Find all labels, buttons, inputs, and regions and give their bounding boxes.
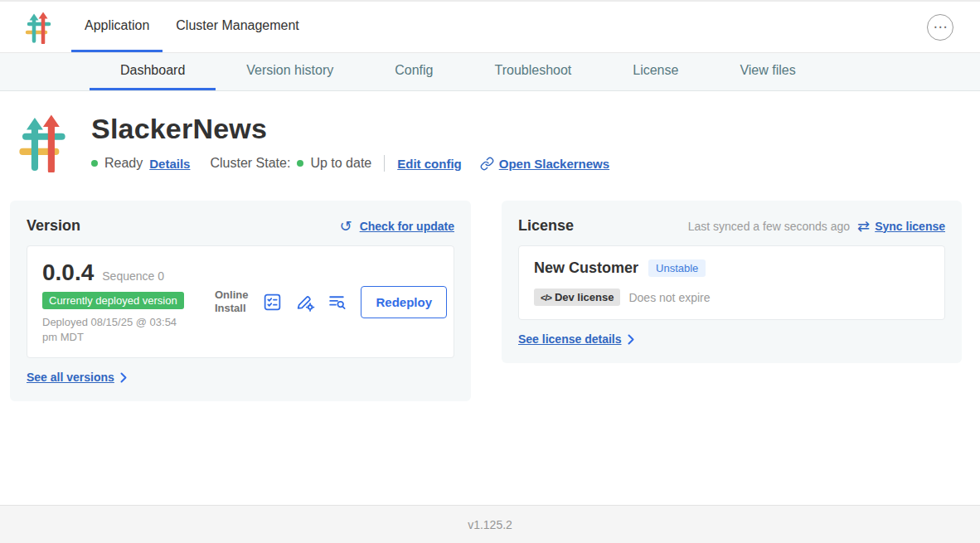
code-icon: </> bbox=[541, 293, 551, 303]
details-link[interactable]: Details bbox=[149, 157, 190, 171]
subnav-tab-troubleshoot-label: Troubleshoot bbox=[494, 63, 571, 78]
app-status-text: Ready bbox=[104, 156, 143, 171]
edit-config-button[interactable] bbox=[294, 291, 315, 313]
version-actions: Online Install bbox=[215, 286, 447, 318]
license-panel: New Customer Unstable </> Dev license Do… bbox=[518, 245, 945, 320]
subnav-tab-config-label: Config bbox=[395, 63, 433, 78]
version-card-title: Version bbox=[27, 217, 80, 235]
version-number-row: 0.0.4 Sequence 0 bbox=[42, 259, 215, 286]
license-type-row: </> Dev license Does not expire bbox=[534, 288, 929, 306]
ready-status-dot bbox=[91, 160, 98, 167]
license-type-badge: </> Dev license bbox=[534, 288, 620, 306]
open-app-link[interactable]: Open Slackernews bbox=[480, 157, 609, 171]
page-title: SlackerNews bbox=[91, 113, 609, 145]
check-for-update-link[interactable]: ↺ Check for update bbox=[340, 219, 454, 234]
license-card-header: License Last synced a few seconds ago ⇄ … bbox=[518, 217, 945, 235]
license-card-title: License bbox=[518, 217, 574, 235]
overflow-menu-button[interactable]: ⋯ bbox=[927, 14, 953, 41]
cluster-state-dot bbox=[297, 160, 303, 167]
refresh-icon: ↺ bbox=[340, 219, 352, 234]
install-type-label: Online Install bbox=[215, 288, 248, 316]
config-gear-pencil-icon bbox=[294, 292, 315, 313]
app-logo-small bbox=[25, 2, 51, 52]
deployed-timestamp: Deployed 08/15/25 @ 03:54 pm MDT bbox=[42, 315, 185, 344]
app-logo-large bbox=[18, 113, 66, 176]
console-version: v1.125.2 bbox=[468, 518, 512, 531]
chevron-right-icon bbox=[120, 372, 127, 383]
sync-license-link[interactable]: ⇄ Sync license bbox=[857, 219, 945, 234]
chevron-right-icon bbox=[628, 334, 634, 345]
edit-config-link[interactable]: Edit config bbox=[397, 157, 462, 171]
check-for-update-label: Check for update bbox=[360, 220, 454, 233]
license-type-label: Dev license bbox=[555, 291, 614, 303]
see-license-details-link[interactable]: See license details bbox=[518, 332, 634, 346]
tab-cluster-management-label: Cluster Management bbox=[176, 18, 299, 33]
subnav-tab-version-history[interactable]: Version history bbox=[216, 53, 364, 90]
license-sync-group: Last synced a few seconds ago ⇄ Sync lic… bbox=[688, 219, 945, 234]
subnav-tab-view-files[interactable]: View files bbox=[709, 53, 826, 90]
license-customer-row: New Customer Unstable bbox=[534, 259, 929, 277]
header-tabs: Application Cluster Management bbox=[71, 2, 313, 52]
redeploy-button[interactable]: Redeploy bbox=[361, 286, 447, 318]
install-type-line1: Online bbox=[215, 288, 248, 302]
subnav-tab-dashboard-label: Dashboard bbox=[120, 63, 185, 78]
cluster-state-text: Up to date bbox=[310, 156, 371, 171]
see-all-versions-label: See all versions bbox=[27, 371, 114, 384]
cluster-state-label: Cluster State: bbox=[210, 156, 290, 171]
subnav-tab-troubleshoot[interactable]: Troubleshoot bbox=[463, 53, 602, 90]
install-type-line2: Install bbox=[215, 302, 248, 315]
preflight-checks-button[interactable] bbox=[261, 291, 283, 313]
deployed-badge: Currently deployed version bbox=[42, 292, 184, 309]
view-logs-button[interactable] bbox=[326, 291, 347, 313]
subnav-tab-dashboard[interactable]: Dashboard bbox=[90, 53, 216, 90]
open-app-label: Open Slackernews bbox=[499, 157, 609, 171]
app-hero: SlackerNews Ready Details Cluster State:… bbox=[0, 91, 980, 176]
tab-application[interactable]: Application bbox=[71, 2, 163, 52]
current-version-panel: 0.0.4 Sequence 0 Currently deployed vers… bbox=[27, 245, 454, 358]
subnav-tab-license[interactable]: License bbox=[602, 53, 709, 90]
sync-icon: ⇄ bbox=[857, 219, 870, 234]
channel-badge: Unstable bbox=[648, 259, 706, 277]
version-info: 0.0.4 Sequence 0 Currently deployed vers… bbox=[42, 259, 215, 344]
hero-text: SlackerNews Ready Details Cluster State:… bbox=[91, 113, 609, 176]
tab-cluster-management[interactable]: Cluster Management bbox=[163, 2, 313, 52]
sequence-label: Sequence 0 bbox=[102, 269, 164, 283]
see-license-details-label: See license details bbox=[518, 332, 622, 346]
ellipsis-icon: ⋯ bbox=[934, 20, 948, 34]
link-icon bbox=[480, 157, 494, 171]
divider bbox=[384, 155, 385, 172]
app-subnav: Dashboard Version history Config Trouble… bbox=[0, 53, 980, 91]
app-status-row: Ready Details Cluster State: Up to date … bbox=[91, 155, 609, 172]
subnav-tab-license-label: License bbox=[633, 63, 678, 78]
dashboard-cards: Version ↺ Check for update 0.0.4 Sequenc… bbox=[0, 201, 980, 401]
version-number: 0.0.4 bbox=[42, 259, 94, 286]
last-synced-text: Last synced a few seconds ago bbox=[688, 220, 850, 233]
slackernews-logo-icon bbox=[25, 11, 51, 44]
slackernews-logo-icon bbox=[18, 113, 66, 172]
subnav-tab-view-files-label: View files bbox=[740, 63, 795, 78]
sync-license-label: Sync license bbox=[875, 220, 945, 233]
version-card-header: Version ↺ Check for update bbox=[27, 217, 454, 235]
subnav-tab-config[interactable]: Config bbox=[364, 53, 463, 90]
tab-application-label: Application bbox=[85, 18, 149, 33]
license-expiry-text: Does not expire bbox=[628, 291, 710, 304]
customer-name: New Customer bbox=[534, 259, 638, 277]
logs-search-icon bbox=[327, 292, 347, 313]
see-all-versions-link[interactable]: See all versions bbox=[27, 371, 127, 384]
console-footer: v1.125.2 bbox=[0, 505, 980, 543]
license-card: License Last synced a few seconds ago ⇄ … bbox=[502, 201, 962, 363]
app-header: Application Cluster Management ⋯ bbox=[0, 2, 980, 53]
version-card: Version ↺ Check for update 0.0.4 Sequenc… bbox=[10, 201, 471, 401]
subnav-tab-version-history-label: Version history bbox=[246, 63, 333, 78]
preflight-checklist-icon bbox=[262, 292, 283, 313]
